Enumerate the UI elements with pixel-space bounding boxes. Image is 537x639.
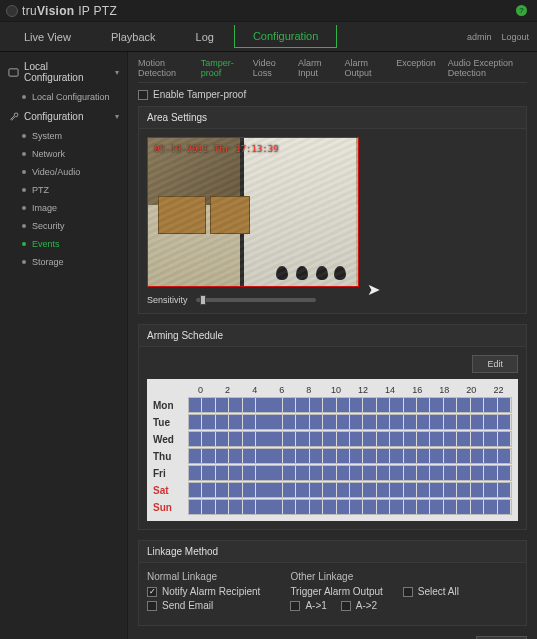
subtab-alarm-output[interactable]: Alarm Output: [345, 58, 385, 78]
other-linkage-title: Other Linkage: [290, 571, 459, 582]
user-box: admin Logout: [467, 22, 537, 51]
day-row[interactable]: [188, 499, 512, 515]
a2-label: A->2: [356, 600, 377, 611]
linkage-method-title: Linkage Method: [139, 541, 526, 563]
subtab-tamper-proof[interactable]: Tamper-proof: [201, 58, 241, 78]
subtab-audio-exception[interactable]: Audio Exception Detection: [448, 58, 527, 78]
arming-schedule-panel: Arming Schedule Edit 0 2 4 6 8 10 12: [138, 324, 527, 530]
notify-alarm-checkbox[interactable]: [147, 587, 157, 597]
day-row[interactable]: [188, 414, 512, 430]
top-nav: Live View Playback Log Configuration adm…: [0, 22, 537, 52]
sidebar-item-label: Storage: [32, 257, 64, 267]
edit-schedule-button[interactable]: Edit: [472, 355, 518, 373]
sidebar-item-label: Local Configuration: [32, 92, 110, 102]
enable-tamper-checkbox[interactable]: [138, 90, 148, 100]
area-settings-panel: Area Settings 05-19-2011 Thr 17:13:39 Se…: [138, 106, 527, 314]
hour-label: 6: [268, 385, 295, 395]
sidebar-item-video-audio[interactable]: Video/Audio: [22, 163, 127, 181]
sidebar-item-storage[interactable]: Storage: [22, 253, 127, 271]
hour-label: 16: [404, 385, 431, 395]
brand-bold: Vision: [37, 4, 75, 18]
enable-tamper-label: Enable Tamper-proof: [153, 89, 246, 100]
preview-timestamp: 05-19-2011 Thr 17:13:39: [154, 144, 279, 154]
select-all-checkbox[interactable]: [403, 587, 413, 597]
a2-checkbox[interactable]: [341, 601, 351, 611]
enable-tamper-row[interactable]: Enable Tamper-proof: [138, 89, 527, 100]
sidebar-group-configuration[interactable]: Configuration ▾: [0, 106, 127, 127]
day-label-mon: Mon: [153, 397, 187, 413]
hour-label: 10: [322, 385, 349, 395]
send-email-label: Send Email: [162, 600, 213, 611]
sidebar-item-label: Video/Audio: [32, 167, 80, 177]
hour-label: 20: [458, 385, 485, 395]
notify-alarm-label: Notify Alarm Recipient: [162, 586, 260, 597]
day-row[interactable]: [188, 465, 512, 481]
hour-label: 14: [377, 385, 404, 395]
subtab-video-loss[interactable]: Video Loss: [253, 58, 286, 78]
opt-notify-alarm[interactable]: Notify Alarm Recipient: [147, 586, 260, 597]
tab-log[interactable]: Log: [176, 22, 234, 51]
sidebar-group-local[interactable]: Local Configuration ▾: [0, 56, 127, 88]
opt-send-email[interactable]: Send Email: [147, 600, 260, 611]
day-label-thu: Thu: [153, 448, 187, 464]
subtab-exception[interactable]: Exception: [396, 58, 436, 78]
subtab-motion-detection[interactable]: Motion Detection: [138, 58, 189, 78]
trigger-alarm-output-label: Trigger Alarm Output: [290, 586, 382, 597]
schedule-grid[interactable]: 0 2 4 6 8 10 12 14 16 18 20 22: [147, 379, 518, 521]
day-row[interactable]: [188, 482, 512, 498]
hour-label: 8: [295, 385, 322, 395]
subtab-alarm-input[interactable]: Alarm Input: [298, 58, 333, 78]
tab-live-view[interactable]: Live View: [4, 22, 91, 51]
other-linkage-col: Other Linkage Trigger Alarm Output Selec…: [290, 571, 459, 617]
hour-label: 12: [350, 385, 377, 395]
tab-playback[interactable]: Playback: [91, 22, 176, 51]
sensitivity-thumb[interactable]: [200, 295, 206, 305]
main-pane: Motion Detection Tamper-proof Video Loss…: [128, 52, 537, 639]
brand-suffix: IP PTZ: [75, 4, 118, 18]
send-email-checkbox[interactable]: [147, 601, 157, 611]
a1-checkbox[interactable]: [290, 601, 300, 611]
sidebar-item-label: Events: [32, 239, 60, 249]
day-label-sat: Sat: [153, 482, 187, 498]
current-user[interactable]: admin: [467, 32, 492, 42]
day-row[interactable]: [188, 397, 512, 413]
help-icon[interactable]: ?: [516, 5, 527, 16]
arming-schedule-title: Arming Schedule: [139, 325, 526, 347]
area-settings-title: Area Settings: [139, 107, 526, 129]
svg-rect-0: [9, 68, 18, 75]
hour-label: 0: [187, 385, 214, 395]
sidebar-item-image[interactable]: Image: [22, 199, 127, 217]
opt-a2[interactable]: A->2: [341, 600, 377, 611]
hour-label: 22: [485, 385, 512, 395]
chevron-down-icon: ▾: [115, 112, 119, 121]
video-preview[interactable]: 05-19-2011 Thr 17:13:39: [147, 137, 359, 287]
sidebar-item-system[interactable]: System: [22, 127, 127, 145]
opt-a1[interactable]: A->1: [290, 600, 326, 611]
day-label-sun: Sun: [153, 499, 187, 515]
day-label-fri: Fri: [153, 465, 187, 481]
event-subtabs: Motion Detection Tamper-proof Video Loss…: [138, 58, 527, 83]
sidebar-item-ptz[interactable]: PTZ: [22, 181, 127, 199]
logout-link[interactable]: Logout: [501, 32, 529, 42]
chevron-down-icon: ▾: [115, 68, 119, 77]
hour-label: 18: [431, 385, 458, 395]
sidebar-item-label: PTZ: [32, 185, 49, 195]
hour-label: 4: [241, 385, 268, 395]
sidebar-item-security[interactable]: Security: [22, 217, 127, 235]
sensitivity-slider[interactable]: [196, 298, 316, 302]
hour-label: 2: [214, 385, 241, 395]
a1-label: A->1: [305, 600, 326, 611]
brand-prefix: tru: [22, 4, 37, 18]
linkage-method-panel: Linkage Method Normal Linkage Notify Ala…: [138, 540, 527, 626]
sidebar-item-local-config[interactable]: Local Configuration: [22, 88, 127, 106]
normal-linkage-title: Normal Linkage: [147, 571, 260, 582]
day-row[interactable]: [188, 431, 512, 447]
sidebar-group-configuration-label: Configuration: [24, 111, 83, 122]
sidebar-item-network[interactable]: Network: [22, 145, 127, 163]
tab-configuration[interactable]: Configuration: [234, 25, 337, 48]
sidebar-item-label: System: [32, 131, 62, 141]
day-row[interactable]: [188, 448, 512, 464]
sidebar-item-events[interactable]: Events: [22, 235, 127, 253]
brand-icon: [6, 5, 18, 17]
sensitivity-label: Sensitivity: [147, 295, 188, 305]
